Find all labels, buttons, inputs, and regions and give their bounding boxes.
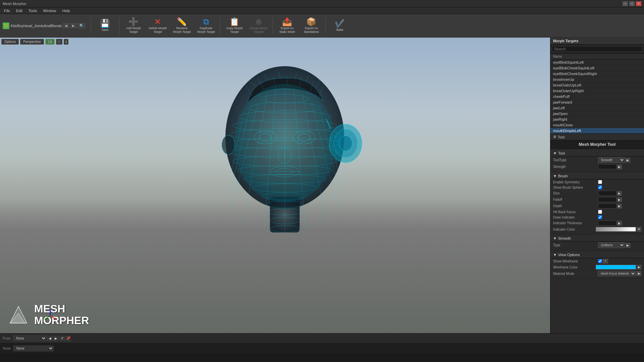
enable-symmetry-checkbox[interactable] bbox=[598, 180, 602, 184]
show-wireframe-btn[interactable]: ? bbox=[603, 259, 608, 263]
main-layout: Options Perspective Lit ⬡ ℹ MESH MORPHER bbox=[0, 38, 644, 333]
hit-back-faces-value bbox=[598, 210, 642, 214]
close-button[interactable]: ✕ bbox=[636, 1, 641, 6]
export-standalone-button[interactable]: 📦 Export As Standalone bbox=[300, 15, 323, 36]
menu-help[interactable]: Help bbox=[60, 8, 73, 13]
menu-window[interactable]: Window bbox=[40, 8, 59, 13]
falloff-spin-button[interactable]: ▶ bbox=[617, 197, 622, 202]
material-mode-label: Material Mode bbox=[553, 272, 596, 276]
size-input[interactable]: 0.25 bbox=[598, 191, 616, 196]
bottom-bar: Pose None Default ◀ ▶ ↺ 📌 bbox=[0, 333, 644, 343]
enable-symmetry-label: Enable Symmetry bbox=[553, 180, 597, 184]
morph-item-8[interactable]: jawLeft bbox=[550, 105, 644, 111]
tooltype-select[interactable]: Smooth Push Pull bbox=[598, 157, 625, 163]
viewport-mode-button[interactable]: ⬡ bbox=[56, 39, 62, 45]
rename-morph-label: Rename Morph Target bbox=[171, 26, 192, 34]
tool-section-label: Tool bbox=[558, 135, 565, 139]
morph-item-0[interactable]: eyeBlinkSquintLeft bbox=[550, 60, 644, 65]
pose-refresh-button[interactable]: ↺ bbox=[59, 336, 65, 341]
delete-morph-icon: ✕ bbox=[154, 18, 161, 26]
copy-morph-target-button[interactable]: 📋 Copy Morph Target bbox=[223, 15, 246, 36]
tool-section-title: Tool bbox=[558, 151, 565, 155]
toolbar-divider-5 bbox=[325, 17, 326, 34]
show-brush-sphere-checkbox[interactable] bbox=[598, 185, 602, 189]
morph-item-3[interactable]: browInnerUp bbox=[550, 77, 644, 82]
save-button[interactable]: 💾 Save bbox=[94, 15, 116, 36]
search-box bbox=[550, 45, 644, 54]
indicator-thickness-input[interactable]: 2.0 bbox=[598, 221, 616, 226]
strength-input[interactable]: 0.5 bbox=[598, 164, 616, 169]
maximize-button[interactable]: □ bbox=[629, 1, 635, 6]
depth-spin-button[interactable]: ▶ bbox=[617, 204, 622, 208]
export-static-label: Export As Static Mesh bbox=[277, 26, 298, 34]
size-spin-button[interactable]: ▶ bbox=[617, 191, 622, 196]
morph-item-4[interactable]: browOuterUpLeft bbox=[550, 82, 644, 88]
perspective-button[interactable]: Perspective bbox=[20, 39, 44, 45]
morph-item-10[interactable]: jawRight bbox=[550, 117, 644, 122]
show-brush-sphere-label: Show Brush Sphere bbox=[553, 186, 597, 189]
export-static-mesh-button[interactable]: 📤 Export As Static Mesh bbox=[276, 15, 299, 36]
wireframe-color-spin-button[interactable]: ▶ bbox=[637, 265, 641, 269]
duplicate-morph-target-button[interactable]: ⧉ Duplicate Morph Target bbox=[195, 15, 217, 36]
morph-item-9[interactable]: jawOpen bbox=[550, 111, 644, 117]
hit-back-faces-checkbox[interactable] bbox=[598, 210, 602, 214]
pose-back-button[interactable]: ◀ bbox=[47, 336, 53, 341]
minimize-button[interactable]: ─ bbox=[623, 1, 628, 6]
add-morph-target-button[interactable]: ➕ Add Morph Target bbox=[122, 15, 145, 36]
bake-button[interactable]: ✔️ Bake bbox=[328, 15, 351, 36]
menu-edit[interactable]: Edit bbox=[13, 8, 25, 13]
morph-item-7[interactable]: jawForward bbox=[550, 100, 644, 105]
pose-select[interactable]: None Default bbox=[13, 336, 47, 341]
left-ear bbox=[222, 135, 235, 155]
indicator-color-spin-button[interactable]: ▼ bbox=[637, 227, 641, 232]
rename-morph-target-button[interactable]: ✏️ Rename Morph Target bbox=[170, 15, 193, 36]
viewport-settings-button[interactable]: ℹ bbox=[64, 39, 68, 45]
brush-section-header[interactable]: ▼ Brush bbox=[550, 173, 644, 179]
show-brush-sphere-row: Show Brush Sphere bbox=[550, 185, 644, 190]
smooth-type-select[interactable]: Uniform Laplacian bbox=[598, 242, 625, 248]
morph-item-6[interactable]: cheekPuff bbox=[550, 94, 644, 100]
output-select[interactable]: None bbox=[13, 346, 54, 351]
menu-file[interactable]: File bbox=[1, 8, 13, 13]
morph-item-12[interactable]: mouthDimpleLeft bbox=[550, 128, 644, 133]
add-morph-label: Add Morph Target bbox=[123, 26, 144, 34]
morph-item-11[interactable]: mouthClose bbox=[550, 122, 644, 128]
show-wireframe-checkbox[interactable] bbox=[598, 259, 602, 263]
tool-section-header[interactable]: ▼ Tool bbox=[550, 150, 644, 157]
morph-item-2[interactable]: eyeBlinkCheekSquintRight bbox=[550, 71, 644, 77]
view-options-section-header[interactable]: ▼ View Options bbox=[550, 252, 644, 258]
asset-search-button[interactable]: 🔍 bbox=[78, 23, 85, 28]
pose-forward-button[interactable]: ▶ bbox=[53, 336, 59, 341]
wireframe-color-swatch[interactable] bbox=[596, 265, 636, 269]
material-mode-select[interactable]: Mesh Focus Material Default Material bbox=[598, 271, 636, 276]
smooth-type-value: Uniform Laplacian ▶ bbox=[598, 242, 642, 248]
right-panel: Morph Targets Name eyeBlinkSquintLeft ey… bbox=[550, 38, 644, 333]
draw-indicator-checkbox[interactable] bbox=[598, 215, 602, 219]
menu-tools[interactable]: Tools bbox=[26, 8, 40, 13]
svg-point-44 bbox=[339, 136, 352, 151]
lit-button[interactable]: Lit bbox=[45, 39, 55, 45]
morph-item-1[interactable]: eyeBlinkCheekSquintLeft bbox=[550, 65, 644, 71]
options-button[interactable]: Options bbox=[1, 39, 19, 45]
asset-back-button[interactable]: ◀ bbox=[63, 23, 69, 28]
tooltype-spin-button[interactable]: ▶ bbox=[626, 158, 630, 163]
morph-targets-panel-header: Morph Targets bbox=[550, 38, 644, 45]
material-mode-spin-button[interactable]: ▶ bbox=[637, 271, 641, 276]
pose-pin-button[interactable]: 📌 bbox=[65, 336, 71, 341]
add-morph-icon: ➕ bbox=[128, 18, 139, 26]
smooth-section-header[interactable]: ▼ Smooth bbox=[550, 235, 644, 242]
delete-morph-target-button[interactable]: ✕ Delete Morph Target bbox=[146, 15, 169, 36]
asset-forward-button[interactable]: ▶ bbox=[70, 23, 76, 28]
merge-morph-targets-button[interactable]: ⊕ Merge Morph Targets bbox=[247, 15, 270, 36]
indicator-color-swatch[interactable] bbox=[596, 227, 636, 232]
output-bar: None None bbox=[0, 343, 644, 353]
indicator-thickness-spin-button[interactable]: ▶ bbox=[617, 221, 622, 226]
smooth-type-spin-button[interactable]: ▶ bbox=[626, 243, 630, 248]
morph-item-5[interactable]: browOuterUpRight bbox=[550, 88, 644, 94]
depth-input[interactable]: 0.0 bbox=[598, 203, 616, 208]
search-input[interactable] bbox=[552, 46, 643, 52]
strength-spin-button[interactable]: ▶ bbox=[617, 165, 622, 169]
menu-bar: File Edit Tools Window Help bbox=[0, 7, 644, 14]
falloff-input[interactable]: 0.5 bbox=[598, 197, 616, 202]
hit-back-faces-row: Hit Back Faces bbox=[550, 209, 644, 215]
